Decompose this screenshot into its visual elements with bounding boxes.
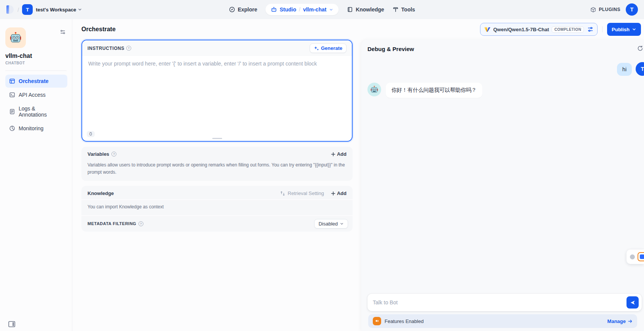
features-bar: Features Enabled Manage bbox=[368, 314, 637, 328]
model-name: Qwen/Qwen1.5-7B-Chat bbox=[493, 27, 549, 32]
debug-preview-panel: Debug & Preview hi T bbox=[361, 40, 644, 331]
arrow-right-icon bbox=[628, 319, 633, 324]
manage-features-link[interactable]: Manage bbox=[607, 318, 633, 324]
workspace-avatar[interactable]: T bbox=[22, 4, 33, 15]
instructions-header: INSTRUCTIONS ? Generate bbox=[82, 40, 352, 56]
app-name: vllm-chat bbox=[5, 53, 67, 59]
app-sidebar: vllm-chat CHATBOT Orchestrate API Access… bbox=[0, 19, 72, 331]
nav-left: / T test's Workspace bbox=[6, 4, 226, 15]
instructions-footer: 0 bbox=[82, 131, 352, 141]
config-column: INSTRUCTIONS ? Generate 0 bbox=[72, 40, 353, 331]
dify-logo[interactable] bbox=[6, 5, 14, 14]
nav-item-explore[interactable]: Explore bbox=[229, 6, 257, 13]
chevron-down-icon bbox=[632, 27, 636, 32]
nav-right: PLUGINS T bbox=[418, 3, 638, 16]
model-mode-badge: COMPLETION bbox=[552, 26, 584, 33]
publish-button[interactable]: Publish bbox=[607, 23, 641, 36]
plus-icon bbox=[331, 152, 336, 157]
debug-header: Debug & Preview bbox=[361, 40, 644, 54]
main-area: Orchestrate Qwen/Qwen1.5-7B-Chat COMPLET… bbox=[72, 19, 644, 331]
top-nav: / T test's Workspace Explore Studio / vl… bbox=[0, 0, 644, 19]
vllm-logo bbox=[484, 27, 491, 32]
features-label: Features Enabled bbox=[385, 318, 604, 324]
send-icon bbox=[630, 300, 636, 305]
logs-icon bbox=[9, 109, 15, 115]
instructions-panel: INSTRUCTIONS ? Generate 0 bbox=[81, 40, 353, 142]
monitoring-icon bbox=[9, 125, 15, 131]
content: vllm-chat CHATBOT Orchestrate API Access… bbox=[0, 19, 644, 331]
nav-center: Explore Studio / vllm-chat Knowledge Too… bbox=[229, 4, 415, 15]
chevron-down-icon bbox=[340, 222, 344, 226]
sidebar-item-orchestrate[interactable]: Orchestrate bbox=[5, 75, 67, 88]
variables-header: Variables ? Add bbox=[81, 147, 353, 160]
breadcrumb-slash: / bbox=[17, 6, 19, 13]
chat-message-assistant: 你好！有什么问题我可以帮助你吗？ bbox=[367, 83, 644, 98]
knowledge-panel: Knowledge Retrieval Setting Add You can … bbox=[81, 186, 353, 232]
user-avatar[interactable]: T bbox=[626, 3, 638, 16]
model-params-icon[interactable] bbox=[587, 26, 593, 32]
nav-item-tools[interactable]: Tools bbox=[393, 6, 415, 13]
floating-widget[interactable] bbox=[627, 249, 644, 264]
sidebar-item-api-access[interactable]: API Access bbox=[5, 88, 67, 101]
instructions-title: INSTRUCTIONS ? bbox=[87, 46, 310, 51]
help-icon[interactable]: ? bbox=[126, 46, 131, 51]
app-icon[interactable] bbox=[5, 27, 26, 48]
add-knowledge-button[interactable]: Add bbox=[331, 190, 347, 196]
plus-icon bbox=[331, 191, 336, 196]
variables-panel: Variables ? Add Variables allow users to… bbox=[81, 147, 353, 181]
chevron-down-icon bbox=[329, 8, 333, 12]
retrieval-setting-icon bbox=[280, 191, 285, 196]
breadcrumb-app-name: vllm-chat bbox=[303, 6, 326, 13]
clipped-app-icon bbox=[638, 252, 644, 261]
main-body: INSTRUCTIONS ? Generate 0 bbox=[72, 40, 644, 331]
drag-dot-icon bbox=[630, 254, 635, 259]
instructions-input[interactable] bbox=[82, 56, 352, 131]
add-variable-button[interactable]: Add bbox=[331, 151, 347, 157]
restart-conversation-icon[interactable] bbox=[637, 45, 643, 51]
header-divider bbox=[602, 26, 603, 32]
retrieval-setting-button[interactable]: Retrieval Setting bbox=[280, 190, 324, 196]
collapse-sidebar-icon[interactable] bbox=[8, 321, 15, 327]
grid-window-icon bbox=[9, 78, 15, 84]
knowledge-header: Knowledge Retrieval Setting Add bbox=[81, 186, 353, 199]
assistant-bubble: 你好！有什么问题我可以帮助你吗？ bbox=[386, 83, 482, 98]
user-bubble: hi bbox=[617, 63, 632, 76]
book-icon bbox=[347, 6, 353, 13]
sparkles-icon bbox=[314, 46, 319, 51]
app-type-badge: CHATBOT bbox=[5, 61, 67, 65]
chevron-down-icon bbox=[78, 7, 82, 12]
generate-button[interactable]: Generate bbox=[310, 43, 347, 53]
help-icon[interactable]: ? bbox=[138, 221, 143, 226]
features-icon bbox=[373, 317, 381, 325]
workspace-selector[interactable]: test's Workspace bbox=[36, 7, 82, 13]
chat-area: hi T bbox=[361, 54, 644, 294]
plugins-button[interactable]: PLUGINS bbox=[590, 7, 620, 13]
bot-chat-avatar bbox=[367, 83, 381, 96]
knowledge-description: You can import Knowledge as context bbox=[81, 200, 353, 215]
sidebar-item-monitoring[interactable]: Monitoring bbox=[5, 122, 67, 135]
model-selector[interactable]: Qwen/Qwen1.5-7B-Chat COMPLETION bbox=[480, 23, 598, 36]
terminal-icon bbox=[9, 92, 15, 98]
metadata-filtering-label: METADATA FILTERING ? bbox=[87, 221, 314, 226]
nav-item-knowledge[interactable]: Knowledge bbox=[347, 6, 384, 13]
help-icon[interactable]: ? bbox=[111, 152, 116, 157]
package-icon bbox=[590, 7, 596, 13]
chat-message-user: hi T bbox=[367, 62, 644, 76]
sidebar-divider bbox=[5, 70, 67, 71]
variables-title: Variables ? bbox=[87, 151, 331, 157]
robot-icon bbox=[271, 6, 277, 13]
char-count-badge: 0 bbox=[87, 131, 95, 137]
app-settings-icon[interactable] bbox=[60, 29, 66, 35]
talk-to-bot-input[interactable] bbox=[373, 299, 627, 305]
variables-description: Variables allow users to introduce promp… bbox=[81, 160, 353, 181]
metadata-filtering-select[interactable]: Disabled bbox=[314, 219, 348, 229]
metadata-filtering-row: METADATA FILTERING ? Disabled bbox=[81, 216, 353, 232]
send-button[interactable] bbox=[627, 296, 639, 309]
robot-emoji-icon bbox=[370, 85, 378, 94]
resize-handle[interactable] bbox=[212, 138, 222, 139]
explore-icon bbox=[229, 6, 235, 13]
robot-emoji-icon bbox=[9, 31, 22, 44]
sidebar-item-logs-annotations[interactable]: Logs & Annotations bbox=[5, 102, 67, 121]
nav-item-studio[interactable]: Studio / vllm-chat bbox=[266, 4, 339, 15]
page-title: Orchestrate bbox=[81, 26, 477, 33]
